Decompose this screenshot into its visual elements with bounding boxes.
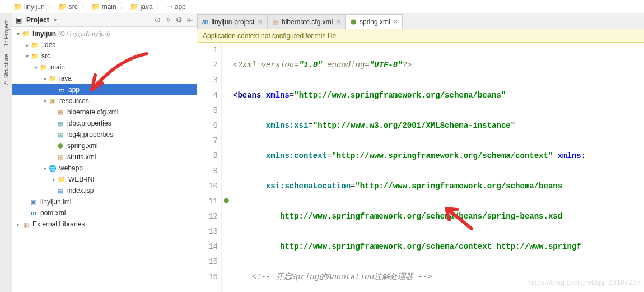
chevron-right-icon[interactable]: ▸ — [15, 221, 21, 228]
code-editor[interactable]: 1234 5678 9101112 13141516 ⬢ <?xml versi… — [197, 43, 644, 292]
t: xml — [242, 61, 256, 69]
crumb-src[interactable]: 📁 src — [57, 2, 79, 11]
t: encoding= — [323, 61, 370, 69]
chevron-right-icon: 〉 — [81, 2, 88, 11]
tree-label: .idea — [41, 41, 56, 49]
rail-project[interactable]: 1: Project — [3, 18, 10, 48]
t: <? — [233, 61, 242, 69]
tree-label: spring.xml — [67, 142, 98, 150]
chevron-down-icon[interactable]: ▾ — [41, 165, 48, 172]
tree-label: main — [50, 63, 65, 71]
spring-file-icon: ⬢ — [351, 18, 356, 26]
tree-file-hibernate[interactable]: ▦ hibernate.cfg.xml — [12, 106, 197, 118]
chevron-right-icon[interactable]: ▸ — [50, 177, 57, 183]
collapse-icon[interactable]: ⊙ — [155, 16, 161, 24]
tree-label: index.jsp — [67, 187, 94, 194]
crumb-java[interactable]: 📁 java — [129, 2, 154, 11]
xml-file-icon: ▦ — [272, 18, 278, 26]
tree-file-log4j[interactable]: ▦ log4j.properties — [12, 129, 197, 140]
tab-hibernate[interactable]: ▦ hibernate.cfg.xml × — [267, 14, 346, 29]
t: xsi:schemaLocation — [266, 182, 351, 191]
tree-file-struts[interactable]: ▦ struts.xml — [12, 151, 197, 163]
tree-file-indexjsp[interactable]: ▦ index.jsp — [12, 185, 197, 196]
tree-ext[interactable]: ▸ ▥ External Libraries — [12, 219, 197, 230]
tree-file-jdbc[interactable]: ▦ jdbc.properties — [12, 118, 197, 129]
tree-iml[interactable]: ▣ linyijun.iml — [12, 196, 197, 207]
t: = — [290, 91, 294, 100]
tab-label: hibernate.cfg.xml — [282, 18, 333, 26]
package-icon: ▭ — [166, 3, 172, 11]
chevron-down-icon[interactable]: ▾ — [54, 17, 57, 23]
chevron-right-icon: 〉 — [120, 2, 127, 11]
t: xmlns:xsi — [266, 121, 309, 130]
close-icon[interactable]: × — [336, 17, 340, 26]
t: "1.0" — [299, 61, 323, 69]
folder-icon: 📁 — [39, 63, 48, 72]
rail-structure[interactable]: 7: Structure — [3, 52, 10, 88]
web-folder-icon: 🌐 — [48, 164, 57, 173]
crumb-label: java — [141, 3, 153, 11]
folder-icon: 📁 — [58, 3, 67, 11]
breadcrumb: 📁 linyijun 〉 📁 src 〉 📁 main 〉 📁 java 〉 ▭… — [0, 0, 644, 13]
tree-pom[interactable]: m pom.xml — [12, 207, 197, 219]
crumb-label: linyijun — [24, 3, 45, 11]
folder-icon: 📁 — [57, 175, 66, 184]
crumb-app[interactable]: ▭ app — [165, 2, 187, 11]
t: "UTF-8" — [370, 61, 403, 69]
bean-icon[interactable]: ⬢ — [223, 194, 229, 209]
t: ?> — [403, 61, 412, 69]
xml-file-icon: ▦ — [56, 108, 65, 117]
tree-idea[interactable]: ▸ 📁 .idea — [12, 39, 197, 50]
tree-label: webapp — [59, 164, 83, 172]
hide-icon[interactable]: ⇤ — [187, 16, 193, 24]
chevron-down-icon[interactable]: ▾ — [24, 53, 30, 59]
tab-spring[interactable]: ⬢ spring.xml × — [346, 14, 403, 29]
expand-icon[interactable]: ✧ — [165, 16, 171, 24]
chevron-down-icon[interactable]: ▾ — [41, 76, 48, 82]
tree-label: hibernate.cfg.xml — [67, 108, 118, 116]
project-tree[interactable]: ▾ 📁 linyijun (G:\linyijun\linyijun) ▸ 📁 … — [12, 27, 197, 292]
jsp-file-icon: ▦ — [56, 186, 65, 195]
tree-resources[interactable]: ▾ ▣ resources — [12, 95, 197, 106]
tree-app-selected[interactable]: ▭ app — [12, 84, 197, 95]
gear-icon[interactable]: ⚙ — [176, 16, 183, 24]
tree-webapp[interactable]: ▾ 🌐 webapp — [12, 163, 197, 174]
tree-label: External Libraries — [32, 220, 85, 228]
tree-root[interactable]: ▾ 📁 linyijun (G:\linyijun\linyijun) — [12, 28, 197, 39]
tree-src[interactable]: ▾ 📁 src — [12, 50, 197, 62]
crumb-label: main — [102, 3, 116, 11]
rail-label: 7: Structure — [3, 54, 10, 86]
tree-webinf[interactable]: ▸ 📁 WEB-INF — [12, 174, 197, 185]
t: version= — [256, 61, 299, 69]
crumb-root[interactable]: 📁 linyijun — [12, 2, 46, 11]
folder-icon: 📁 — [48, 74, 57, 83]
tree-main[interactable]: ▾ 📁 main — [12, 62, 197, 73]
tree-file-spring[interactable]: ⬢ spring.xml — [12, 140, 197, 151]
crumb-label: app — [175, 3, 186, 11]
t: "http://www.w3.org/2001/XMLSchema-instan… — [313, 121, 515, 130]
chevron-right-icon[interactable]: ▸ — [24, 42, 30, 48]
spring-file-icon: ⬢ — [56, 141, 65, 150]
left-rail: 1: Project 7: Structure — [0, 13, 12, 292]
t: xmlns: — [553, 151, 586, 160]
package-icon: ▭ — [57, 85, 66, 94]
t: "http://www.springframework.org/schema/b… — [355, 182, 562, 191]
rail-label: 1: Project — [3, 20, 10, 46]
t: xmlns — [266, 91, 290, 100]
chevron-down-icon[interactable]: ▾ — [32, 64, 39, 71]
tab-linyijun-project[interactable]: m linyijun-project × — [197, 14, 267, 29]
code-content[interactable]: <?xml version="1.0" encoding="UTF-8"?> <… — [231, 43, 644, 292]
xml-file-icon: ▦ — [56, 152, 65, 161]
tree-java[interactable]: ▾ 📁 java — [12, 73, 197, 84]
chevron-right-icon: 〉 — [156, 2, 163, 11]
crumb-main[interactable]: 📁 main — [90, 2, 118, 11]
library-icon: ▥ — [21, 220, 30, 229]
chevron-down-icon[interactable]: ▾ — [41, 98, 48, 104]
t: "http://www.springframework.org/schema/b… — [294, 91, 506, 100]
close-icon[interactable]: × — [258, 17, 262, 26]
chevron-down-icon[interactable]: ▾ — [15, 31, 21, 37]
t: beans — [237, 91, 261, 100]
tree-label: WEB-INF — [68, 175, 97, 183]
config-warning-banner[interactable]: Application context not configured for t… — [197, 29, 644, 43]
close-icon[interactable]: × — [394, 17, 398, 26]
